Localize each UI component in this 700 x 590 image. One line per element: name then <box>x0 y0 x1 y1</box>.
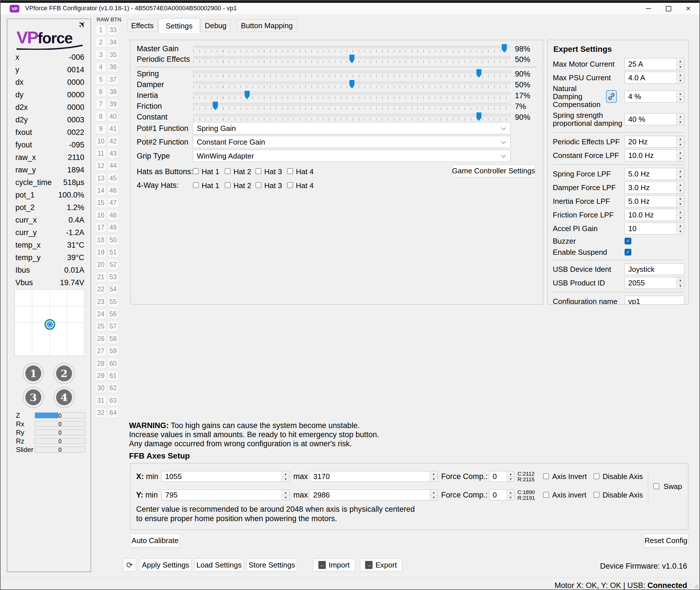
refresh-button[interactable]: ⟳ <box>123 559 136 572</box>
axis-max-field[interactable]: 2986▲▼ <box>310 490 438 500</box>
axis-max-field[interactable]: 3170▲▼ <box>310 471 438 482</box>
spinner-up-icon[interactable]: ▲ <box>677 114 684 119</box>
spinner-up-icon[interactable]: ▲ <box>677 196 684 201</box>
slider-group-separator <box>136 67 537 67</box>
spin-field-constant-force-lpf[interactable]: 10.0 Hz▲▼ <box>624 150 684 161</box>
dropdown-pot2-function[interactable]: Constant Force Gain <box>193 136 511 148</box>
text-field-usb-device-ident[interactable]: Joystick <box>624 264 684 275</box>
spinner-up-icon[interactable]: ▲ <box>677 168 684 174</box>
spinner-up-icon[interactable]: ▲ <box>677 58 684 64</box>
spinner-down-icon[interactable]: ▼ <box>507 476 514 482</box>
export-button[interactable]: →Export <box>360 559 402 572</box>
resize-grip[interactable] <box>694 584 698 588</box>
force-comp-field[interactable]: 0▲▼ <box>489 490 515 500</box>
spinner-down-icon[interactable]: ▼ <box>677 142 684 148</box>
spinner-down-icon[interactable]: ▼ <box>677 64 684 70</box>
store-settings-button[interactable]: Store Settings <box>247 559 297 572</box>
disable-axis-checkbox[interactable] <box>594 473 600 479</box>
spinner-up-icon[interactable]: ▲ <box>282 490 289 495</box>
spinner-down-icon[interactable]: ▼ <box>677 156 684 161</box>
spinner-up-icon[interactable]: ▲ <box>677 150 684 156</box>
axis-invert-label: Axis invert <box>552 491 586 499</box>
dropdown-pot1-function[interactable]: Spring Gain <box>193 122 511 134</box>
force-comp-field[interactable]: 0▲▼ <box>489 471 515 482</box>
spin-field-max-motor-current[interactable]: 25 A▲▼ <box>624 58 684 70</box>
tab-button-mapping[interactable]: Button Mapping <box>236 19 297 32</box>
four-way-hats-checkbox-hat3[interactable] <box>255 182 261 188</box>
four-way-hats-checkbox-hat1[interactable] <box>193 182 199 188</box>
spinner-down-icon[interactable]: ▼ <box>507 495 514 500</box>
spinner-down-icon[interactable]: ▼ <box>677 283 684 289</box>
axis-min-field[interactable]: 795▲▼ <box>162 490 290 500</box>
checkbox-enable-suspend[interactable] <box>624 249 631 256</box>
spin-field-spring-force-lpf[interactable]: 5.0 Hz▲▼ <box>624 168 684 180</box>
spinner-up-icon[interactable]: ▲ <box>282 471 289 476</box>
spinner-down-icon[interactable]: ▼ <box>677 215 684 221</box>
checkbox-buzzer[interactable] <box>624 238 631 244</box>
spinner-down-icon[interactable]: ▼ <box>282 476 289 482</box>
spinner-down-icon[interactable]: ▼ <box>677 188 684 194</box>
four-way-hats-checkbox-hat2[interactable] <box>225 182 231 188</box>
minimize-button[interactable] <box>638 3 659 14</box>
close-button[interactable]: × <box>678 3 698 14</box>
tab-effects[interactable]: Effects <box>127 19 158 32</box>
spin-field-max-psu-current[interactable]: 4.0 A▲▼ <box>624 72 684 84</box>
spinner-down-icon[interactable]: ▼ <box>677 174 684 180</box>
spinner-down-icon[interactable]: ▼ <box>430 495 437 500</box>
spinner-up-icon[interactable]: ▲ <box>677 209 684 215</box>
tab-settings[interactable]: Settings <box>158 18 200 33</box>
tab-debug[interactable]: Debug <box>200 19 231 32</box>
raw-button-indicator: 39 <box>108 99 118 109</box>
spinner-up-icon[interactable]: ▲ <box>677 277 684 283</box>
import-button[interactable]: ←Import <box>313 559 355 572</box>
axis-invert-checkbox[interactable] <box>543 492 549 498</box>
hats-as-buttons-checkbox-hat4[interactable] <box>287 168 293 174</box>
text-field-configuration-name[interactable]: vp1 <box>624 296 684 305</box>
reset-config-button[interactable]: Reset Config <box>643 534 688 548</box>
spinner-up-icon[interactable]: ▲ <box>677 91 684 96</box>
spinner-up-icon[interactable]: ▲ <box>677 136 684 142</box>
four-way-hats-checkbox-hat4[interactable] <box>287 182 293 188</box>
slider-track[interactable] <box>193 45 511 48</box>
spinner-up-icon[interactable]: ▲ <box>677 182 684 188</box>
spinner-down-icon[interactable]: ▼ <box>677 96 684 102</box>
spinner-down-icon[interactable]: ▼ <box>677 119 684 125</box>
spin-field-natural-damping-compensation[interactable]: 4 %▲▼ <box>624 91 684 102</box>
axis-invert-checkbox[interactable] <box>543 473 549 479</box>
spinner-down-icon[interactable]: ▼ <box>282 495 289 500</box>
spinner-up-icon[interactable]: ▲ <box>430 471 437 476</box>
slider-track[interactable] <box>193 71 511 73</box>
hats-as-buttons-checkbox-hat2[interactable] <box>225 168 231 174</box>
spinner-up-icon[interactable]: ▲ <box>677 223 684 228</box>
load-settings-button[interactable]: Load Settings <box>194 559 244 572</box>
spinner-up-icon[interactable]: ▲ <box>507 471 514 476</box>
axis-min-field[interactable]: 1055▲▼ <box>162 471 290 482</box>
link-button[interactable] <box>606 90 617 103</box>
slider-track[interactable] <box>193 114 511 116</box>
spinner-up-icon[interactable]: ▲ <box>430 490 437 495</box>
spin-field-spring-strength-proportional-damping[interactable]: 40 %▲▼ <box>624 113 684 125</box>
maximize-button[interactable] <box>659 3 678 14</box>
spinner-down-icon[interactable]: ▼ <box>430 476 437 482</box>
spin-field-friction-force-lpf[interactable]: 10.0 Hz▲▼ <box>624 209 684 221</box>
spinner-down-icon[interactable]: ▼ <box>677 78 684 84</box>
spin-field-accel-pi-gain[interactable]: 10▲▼ <box>624 222 684 234</box>
spinner-down-icon[interactable]: ▼ <box>677 228 684 234</box>
spinner-up-icon[interactable]: ▲ <box>677 72 684 78</box>
spin-field-usb-product-id[interactable]: 2055▲▼ <box>624 277 684 289</box>
slider-track[interactable] <box>193 103 511 106</box>
hats-as-buttons-checkbox-hat1[interactable] <box>193 168 199 174</box>
spinner-up-icon[interactable]: ▲ <box>507 490 514 495</box>
apply-settings-button[interactable]: Apply Settings <box>140 559 191 572</box>
auto-calibrate-button[interactable]: Auto Calibrate <box>130 534 180 548</box>
spin-field-periodic-effects-lpf[interactable]: 20 Hz▲▼ <box>624 136 684 148</box>
slider-track[interactable] <box>193 92 511 95</box>
dropdown-grip-type[interactable]: WinWing Adapter <box>193 150 511 162</box>
spinner-down-icon[interactable]: ▼ <box>677 201 684 207</box>
swap-checkbox[interactable] <box>653 483 659 489</box>
game-controller-settings-button[interactable]: Game Controller Settings <box>452 165 535 177</box>
hats-as-buttons-checkbox-hat3[interactable] <box>255 168 261 174</box>
disable-axis-checkbox[interactable] <box>594 492 600 498</box>
spin-field-inertia-force-lpf[interactable]: 5.0 Hz▲▼ <box>624 195 684 207</box>
spin-field-damper-force-lpf[interactable]: 3.0 Hz▲▼ <box>624 182 684 194</box>
